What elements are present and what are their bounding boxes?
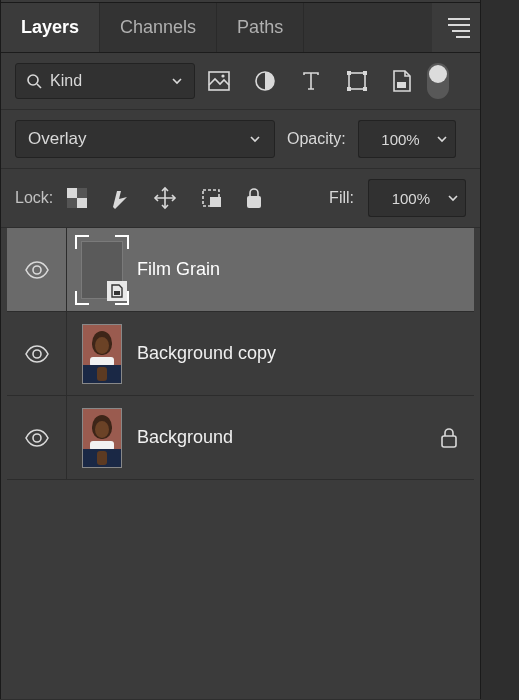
svg-rect-7: [363, 71, 367, 75]
svg-point-0: [28, 75, 38, 85]
layer-name[interactable]: Background: [137, 427, 424, 448]
lock-position-icon[interactable]: [153, 186, 177, 210]
filter-type-icon[interactable]: [300, 70, 322, 92]
fill-label: Fill:: [329, 189, 354, 207]
lock-all-icon[interactable]: [245, 187, 263, 209]
blend-mode-value: Overlay: [28, 129, 248, 149]
svg-line-1: [37, 84, 41, 88]
layer-thumbnail-smartobject[interactable]: [75, 235, 129, 305]
blend-options-row: Overlay Opacity: 100%: [1, 110, 480, 169]
layer-visibility-toggle[interactable]: [7, 396, 67, 479]
layers-list: Film Grain Background copy: [1, 228, 480, 480]
layer-name[interactable]: Background copy: [137, 343, 424, 364]
layer-row[interactable]: Film Grain: [7, 228, 474, 312]
lock-icons: [67, 186, 263, 210]
filter-adjustment-icon[interactable]: [254, 70, 276, 92]
eye-icon: [25, 429, 49, 447]
filter-smartobject-icon[interactable]: [392, 69, 412, 93]
eye-icon: [25, 261, 49, 279]
tabs-spacer: [304, 3, 432, 52]
layer-row[interactable]: Background copy: [7, 312, 474, 396]
lock-transparency-icon[interactable]: [67, 188, 87, 208]
fill-dropdown-button[interactable]: [440, 179, 466, 217]
svg-rect-13: [77, 198, 87, 208]
layer-visibility-toggle[interactable]: [7, 312, 67, 395]
chevron-down-icon: [170, 74, 184, 88]
eye-icon: [25, 345, 49, 363]
layer-thumbnail-image[interactable]: [82, 324, 122, 384]
svg-rect-15: [210, 197, 221, 207]
chevron-down-icon: [446, 191, 460, 205]
layer-thumbnail-image[interactable]: [82, 408, 122, 468]
fill-value: 100%: [392, 190, 430, 207]
layer-visibility-toggle[interactable]: [7, 228, 67, 311]
filter-shape-icon[interactable]: [346, 70, 368, 92]
chevron-down-icon: [435, 132, 449, 146]
lock-image-icon[interactable]: [109, 187, 131, 209]
svg-point-20: [33, 434, 41, 442]
lock-icon: [440, 427, 458, 449]
filter-pixel-icon[interactable]: [208, 71, 230, 91]
tab-paths[interactable]: Paths: [217, 3, 304, 52]
tab-layers[interactable]: Layers: [1, 3, 100, 52]
filter-type-icons: [208, 69, 412, 93]
opacity-label: Opacity:: [287, 130, 346, 148]
blend-mode-select[interactable]: Overlay: [15, 120, 275, 158]
svg-rect-18: [114, 291, 120, 295]
search-icon: [26, 73, 42, 89]
chevron-down-icon: [248, 132, 262, 146]
opacity-input[interactable]: 100%: [358, 120, 430, 158]
panel-menu-button[interactable]: [442, 18, 470, 38]
svg-rect-8: [347, 87, 351, 91]
svg-rect-16: [247, 196, 261, 208]
svg-point-17: [33, 266, 41, 274]
tab-channels[interactable]: Channels: [100, 3, 217, 52]
layer-name[interactable]: Film Grain: [137, 259, 424, 280]
svg-point-3: [221, 74, 224, 77]
svg-rect-6: [347, 71, 351, 75]
svg-rect-9: [363, 87, 367, 91]
opacity-value: 100%: [381, 131, 419, 148]
layer-row[interactable]: Background: [7, 396, 474, 480]
lock-label: Lock:: [15, 189, 53, 207]
opacity-dropdown-button[interactable]: [430, 120, 456, 158]
fill-input[interactable]: 100%: [368, 179, 440, 217]
svg-rect-21: [442, 436, 456, 447]
filter-kind-select[interactable]: Kind: [15, 63, 195, 99]
svg-rect-10: [397, 82, 406, 88]
filter-kind-label: Kind: [50, 72, 170, 90]
svg-rect-12: [67, 188, 77, 198]
lock-artboard-icon[interactable]: [199, 187, 223, 209]
svg-rect-5: [349, 73, 365, 89]
smartobject-badge-icon: [107, 281, 127, 301]
layer-filter-bar: Kind: [1, 53, 480, 110]
layers-panel: Layers Channels Paths Kind Overlay Opaci…: [0, 0, 481, 699]
panel-tabs: Layers Channels Paths: [1, 3, 480, 53]
lock-options-row: Lock: Fill: 100%: [1, 169, 480, 228]
filter-toggle[interactable]: [427, 63, 449, 99]
svg-point-19: [33, 350, 41, 358]
